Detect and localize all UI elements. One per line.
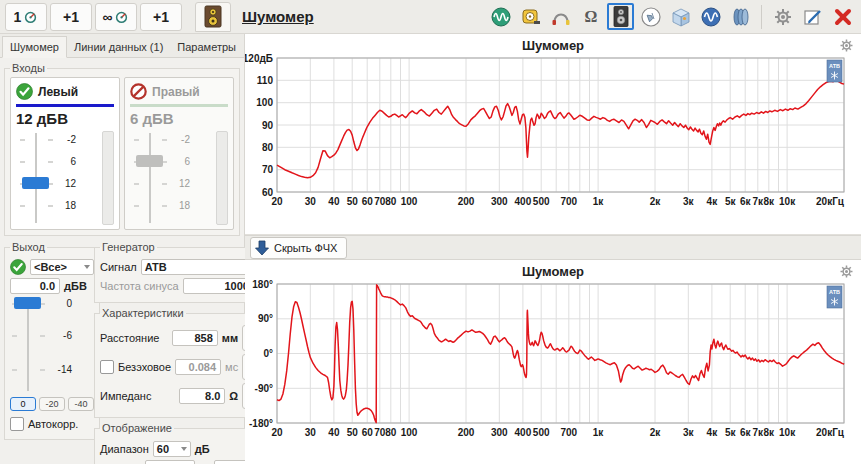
output-group: Выход <Все> 0.0 дБВ (4, 241, 100, 440)
gear-icon (839, 264, 854, 279)
phase-toggle-bar: Скрыть ФЧХ (245, 235, 861, 261)
speaker-dark-icon (613, 6, 629, 27)
level-meter (216, 131, 228, 225)
anechoic-checkbox[interactable] (100, 360, 114, 374)
sine-freq-input[interactable]: 1000 (183, 278, 254, 294)
output-preset-0[interactable]: 0 (10, 397, 36, 411)
svg-text:-90°: -90° (255, 383, 273, 394)
impedance-label: Импеданс (100, 390, 175, 402)
toolbar-right-icons: Ω (487, 3, 856, 30)
svg-text:400: 400 (515, 427, 532, 438)
tab-data-lines[interactable]: Линии данных (1) (67, 37, 170, 57)
freq-from-select[interactable]: 20 Гц (145, 460, 195, 464)
svg-text:200: 200 (458, 196, 475, 207)
signal-label: Сигнал (100, 261, 137, 273)
phase-chart-settings-button[interactable] (839, 264, 854, 279)
distance-input[interactable]: 858 (172, 330, 218, 346)
svg-text:80: 80 (385, 427, 397, 438)
phase-chart-panel: Шумомер 180°90°0°-90°-180°20304050607080… (245, 260, 861, 464)
phase-chart-title: Шумомер (245, 260, 861, 280)
svg-text:4к: 4к (707, 427, 719, 438)
tab-parameters[interactable]: Параметры (170, 37, 243, 57)
svg-text:0°: 0° (263, 348, 273, 359)
gear-icon (839, 38, 854, 53)
box-simulation-module-button[interactable] (667, 3, 694, 30)
spl-chart-settings-button[interactable] (839, 38, 854, 53)
blue-wave-icon (700, 6, 722, 28)
output-device-select[interactable]: <Все> (30, 259, 94, 275)
phase-chart-plot[interactable]: 180°90°0°-90°-180°2030405060708010020030… (245, 280, 861, 463)
output-level-slider[interactable] (10, 297, 50, 393)
svg-text:180°: 180° (252, 280, 273, 290)
measure-once-button[interactable]: 1 (5, 3, 47, 31)
edit-icon (803, 7, 823, 27)
output-level-unit: дБВ (64, 280, 87, 292)
add-one-button[interactable]: +1 (50, 3, 92, 31)
frequency-response-module-button[interactable] (487, 3, 514, 30)
current-module-tab[interactable] (195, 2, 231, 32)
driver-parameters-module-button[interactable] (637, 3, 664, 30)
slider-track (149, 133, 151, 223)
autocorr-checkbox[interactable] (10, 417, 24, 431)
cable-test-module-button[interactable] (547, 3, 574, 30)
input-level-slider-right[interactable] (130, 131, 172, 225)
coil-module-button[interactable] (727, 3, 754, 30)
svg-text:3к: 3к (683, 427, 695, 438)
edit-report-button[interactable] (799, 3, 826, 30)
hide-phase-button[interactable]: Скрыть ФЧХ (250, 237, 347, 259)
sidebar: Шумомер Линии данных (1) Параметры Входы… (0, 34, 245, 464)
spl-chart-plot[interactable]: 120дБ11010090807060203040506070801002003… (245, 54, 861, 232)
enabled-check-icon (10, 259, 26, 275)
channel-level-value: 12 дБВ (16, 110, 114, 127)
chevron-down-icon (181, 447, 187, 451)
svg-text:60: 60 (362, 427, 374, 438)
sound-meter-module-button[interactable] (607, 3, 634, 30)
tab-soundmeter[interactable]: Шумомер (2, 36, 67, 58)
slider-handle[interactable] (136, 155, 163, 167)
output-level-input[interactable]: 0.0 (10, 278, 60, 294)
toolbar-separator (761, 5, 762, 29)
add-one-label: +1 (153, 9, 169, 25)
close-icon (833, 7, 853, 27)
input-channel-left[interactable]: Левый 12 дБВ (10, 77, 120, 230)
impedance-module-button[interactable]: Ω (577, 3, 604, 30)
chart-area: Шумомер 120дБ110100908070602030405060708… (245, 34, 861, 464)
svg-text:400: 400 (515, 196, 532, 207)
svg-text:3к: 3к (683, 196, 695, 207)
oscilloscope-module-button[interactable] (697, 3, 724, 30)
impedance-input[interactable]: 8.0 (179, 388, 225, 404)
svg-text:8к: 8к (764, 196, 776, 207)
svg-text:АТВ: АТВ (829, 63, 840, 69)
level-meter (102, 131, 114, 225)
svg-text:90: 90 (262, 120, 274, 131)
hide-phase-label: Скрыть ФЧХ (274, 242, 337, 254)
svg-text:100: 100 (401, 427, 418, 438)
inputs-legend: Входы (10, 62, 47, 74)
distance-measure-module-button[interactable] (517, 3, 544, 30)
svg-text:100: 100 (401, 196, 418, 207)
anechoic-input[interactable]: 0.084 (175, 359, 221, 375)
input-level-slider-left[interactable] (16, 131, 58, 225)
slider-handle[interactable] (14, 297, 41, 309)
svg-text:60: 60 (362, 196, 374, 207)
settings-button[interactable] (769, 3, 796, 30)
output-preset-minus20[interactable]: -20 (39, 397, 65, 411)
svg-text:40: 40 (328, 196, 340, 207)
svg-text:80: 80 (262, 142, 274, 153)
disabled-block-icon (130, 83, 147, 100)
gauge-icon (114, 9, 129, 24)
svg-text:70: 70 (262, 164, 274, 175)
display-legend: Отображение (100, 422, 174, 434)
measure-continuous-button[interactable]: ∞ (95, 3, 137, 31)
add-one-button-2[interactable]: +1 (140, 3, 182, 31)
anechoic-label: Безэховое (118, 361, 171, 373)
input-channel-right[interactable]: Правый 6 дБВ (124, 77, 234, 230)
svg-text:90°: 90° (258, 314, 273, 325)
coil-icon (730, 6, 752, 28)
close-button[interactable] (829, 3, 856, 30)
main-area: Шумомер Линии данных (1) Параметры Входы… (0, 34, 861, 464)
channel-underline (130, 104, 228, 107)
range-select[interactable]: 60 (153, 441, 191, 457)
svg-text:1к: 1к (593, 196, 605, 207)
slider-handle[interactable] (22, 177, 49, 189)
